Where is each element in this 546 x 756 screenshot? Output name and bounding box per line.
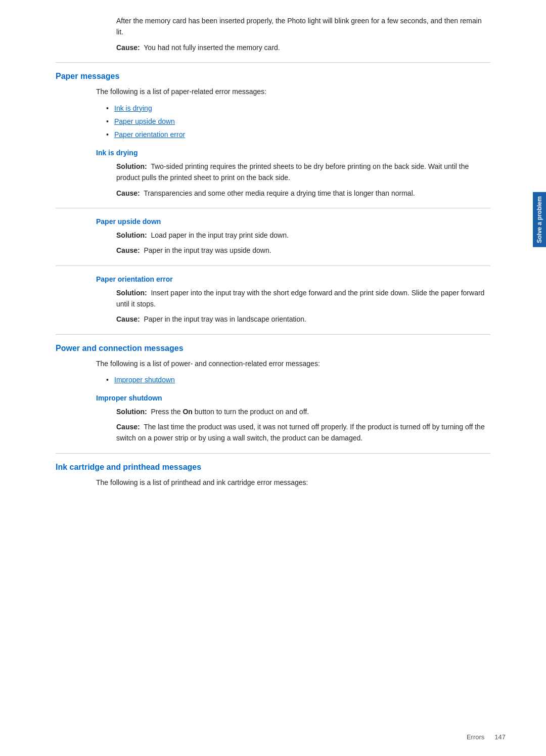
solution-text: Load paper in the input tray print side … [151, 231, 288, 239]
solution-label: Solution: [116, 231, 147, 239]
improper-shutdown-title: Improper shutdown [56, 394, 490, 402]
paper-upside-down-solution: Solution: Load paper in the input tray p… [56, 230, 490, 241]
list-item: Paper upside down [106, 116, 490, 127]
solve-a-problem-tab[interactable]: Solve a problem [533, 192, 546, 247]
intro-paragraph: After the memory card has been inserted … [56, 15, 490, 38]
ink-is-drying-title: Ink is drying [56, 149, 490, 157]
improper-shutdown-cause: Cause: The last time the product was use… [56, 421, 490, 444]
solution-label: Solution: [116, 408, 147, 416]
solution-text: Insert paper into the input tray with th… [116, 289, 484, 308]
divider-5 [56, 453, 490, 454]
paper-upside-down-title: Paper upside down [56, 217, 490, 226]
solution-text-bold: On [183, 408, 192, 416]
paper-messages-intro: The following is a list of paper-related… [56, 86, 490, 97]
list-item: Ink is drying [106, 103, 490, 114]
solution-label: Solution: [116, 162, 147, 170]
page-footer: Errors 147 [467, 733, 506, 741]
intro-cause: Cause: You had not fully inserted the me… [56, 42, 490, 53]
divider-1 [56, 62, 490, 63]
paper-orientation-error-solution: Solution: Insert paper into the input tr… [56, 287, 490, 310]
ink-cartridge-messages-intro: The following is a list of printhead and… [56, 477, 490, 488]
cause-label: Cause: [116, 315, 140, 323]
ink-is-drying-cause: Cause: Transparencies and some other med… [56, 188, 490, 199]
paper-messages-title: Paper messages [56, 72, 490, 81]
paper-upside-down-section: Paper upside down Solution: Load paper i… [56, 217, 490, 256]
paper-orientation-error-cause: Cause: Paper in the input tray was in la… [56, 314, 490, 325]
cause-label: Cause: [116, 246, 140, 254]
paper-messages-list: Ink is drying Paper upside down Paper or… [56, 103, 490, 141]
footer-label: Errors [467, 733, 484, 741]
divider-4 [56, 334, 490, 335]
paper-orientation-error-link[interactable]: Paper orientation error [114, 130, 185, 139]
cause-text: Transparencies and some other media requ… [144, 189, 415, 197]
ink-is-drying-link[interactable]: Ink is drying [114, 104, 152, 112]
ink-is-drying-solution: Solution: Two-sided printing requires th… [56, 161, 490, 184]
solution-text-before: Press the [151, 408, 183, 416]
intro-cause-label: Cause: [116, 43, 140, 52]
intro-cause-text: You had not fully inserted the memory ca… [144, 43, 280, 52]
footer-page-number: 147 [494, 733, 506, 741]
cause-label: Cause: [116, 189, 140, 197]
power-messages-intro: The following is a list of power- and co… [56, 358, 490, 369]
ink-is-drying-section: Ink is drying Solution: Two-sided printi… [56, 149, 490, 199]
cause-text: Paper in the input tray was in landscape… [144, 315, 306, 323]
paper-orientation-error-title: Paper orientation error [56, 275, 490, 283]
divider-3 [56, 265, 490, 266]
cause-text: Paper in the input tray was upside down. [144, 246, 271, 254]
solution-text-after: button to turn the product on and off. [193, 408, 309, 416]
improper-shutdown-solution: Solution: Press the On button to turn th… [56, 406, 490, 417]
improper-shutdown-section: Improper shutdown Solution: Press the On… [56, 394, 490, 444]
list-item: Improper shutdown [106, 374, 490, 385]
cause-text: The last time the product was used, it w… [116, 423, 485, 442]
paper-upside-down-link[interactable]: Paper upside down [114, 117, 175, 125]
solution-text: Two-sided printing requires the printed … [116, 162, 469, 182]
paper-orientation-error-section: Paper orientation error Solution: Insert… [56, 275, 490, 325]
power-messages-list: Improper shutdown [56, 374, 490, 385]
solution-label: Solution: [116, 289, 147, 297]
cause-label: Cause: [116, 423, 140, 431]
list-item: Paper orientation error [106, 129, 490, 140]
improper-shutdown-link[interactable]: Improper shutdown [114, 376, 175, 384]
paper-upside-down-cause: Cause: Paper in the input tray was upsid… [56, 245, 490, 256]
ink-cartridge-messages-title: Ink cartridge and printhead messages [56, 463, 490, 472]
power-messages-title: Power and connection messages [56, 344, 490, 353]
divider-2 [56, 208, 490, 208]
